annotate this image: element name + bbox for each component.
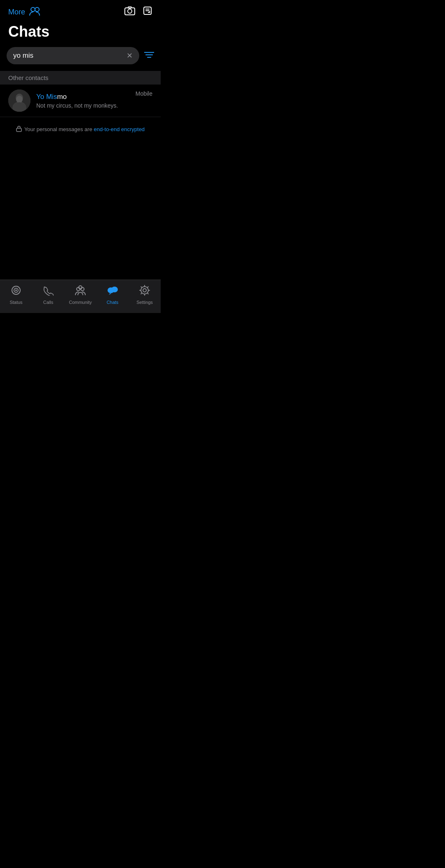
status-icon	[11, 285, 21, 298]
content-spacer	[0, 141, 161, 280]
nav-label-calls: Calls	[43, 300, 53, 305]
avatar	[8, 89, 30, 112]
svg-point-3	[128, 9, 132, 13]
search-input[interactable]	[13, 52, 123, 60]
search-clear-button[interactable]: ✕	[126, 51, 133, 60]
more-button[interactable]: More	[8, 8, 25, 16]
svg-rect-17	[16, 128, 21, 132]
svg-point-15	[16, 96, 23, 103]
encryption-text: Your personal messages are end-to-end en…	[24, 126, 145, 132]
contact-info: Yo Mismo Not my circus, not my monkeys.	[36, 93, 130, 109]
contact-time: Mobile	[136, 90, 152, 97]
nav-item-status[interactable]: Status	[0, 283, 32, 306]
nav-item-community[interactable]: Community	[64, 283, 96, 306]
svg-point-20	[15, 289, 17, 291]
settings-icon	[139, 285, 150, 298]
svg-point-1	[35, 7, 39, 12]
encryption-notice: Your personal messages are end-to-end en…	[0, 117, 161, 141]
nav-item-calls[interactable]: Calls	[32, 283, 64, 306]
header: More	[0, 0, 161, 21]
nav-label-community: Community	[69, 300, 92, 305]
chats-icon	[107, 285, 118, 298]
calls-icon	[43, 285, 54, 298]
community-icon	[75, 285, 86, 298]
lock-icon	[16, 125, 22, 133]
nav-item-chats[interactable]: Chats	[96, 283, 129, 306]
contacts-icon[interactable]	[29, 7, 40, 17]
nav-label-settings: Settings	[136, 300, 153, 305]
search-input-wrapper[interactable]: ✕	[7, 47, 139, 64]
camera-icon[interactable]	[124, 6, 135, 18]
nav-label-status: Status	[9, 300, 22, 305]
encryption-link[interactable]: end-to-end encrypted	[94, 126, 145, 132]
app-container: More	[0, 0, 161, 313]
bottom-nav: Status Calls Co	[0, 280, 161, 313]
page-title: Chats	[0, 21, 161, 47]
contact-list-item[interactable]: Yo Mismo Not my circus, not my monkeys. …	[0, 85, 161, 117]
nav-label-chats: Chats	[107, 300, 119, 305]
section-header-other-contacts: Other contacts	[0, 71, 161, 85]
contact-name-rest: mo	[57, 93, 67, 101]
compose-icon[interactable]	[143, 6, 152, 18]
contact-name-highlight: Yo Mis	[36, 93, 57, 101]
contact-status: Not my circus, not my monkeys.	[36, 102, 130, 109]
filter-icon[interactable]	[144, 50, 154, 61]
header-right	[124, 6, 152, 18]
nav-item-settings[interactable]: Settings	[129, 283, 161, 306]
svg-point-25	[111, 287, 118, 292]
search-row: ✕	[0, 47, 161, 71]
svg-point-26	[143, 289, 146, 292]
contact-name: Yo Mismo	[36, 93, 130, 101]
header-left: More	[8, 7, 40, 17]
encryption-prefix: Your personal messages are	[24, 126, 94, 132]
svg-point-0	[31, 7, 35, 12]
svg-point-27	[141, 287, 148, 294]
